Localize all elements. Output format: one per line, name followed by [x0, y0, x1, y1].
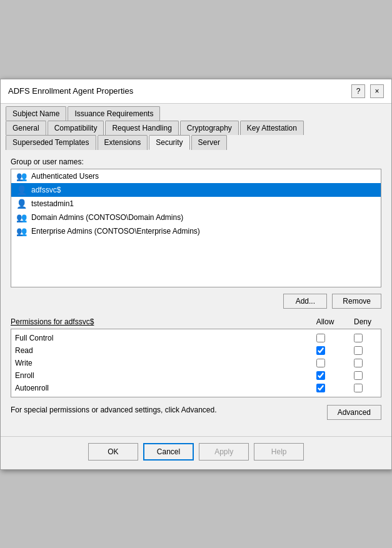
tab-row-1: Subject Name Issuance Requirements	[1, 104, 391, 121]
title-bar: ADFS Enrollment Agent Properties ? ×	[1, 79, 391, 104]
perm-deny-enroll[interactable]	[339, 371, 377, 380]
tab-issuance-requirements[interactable]: Issuance Requirements	[68, 106, 160, 121]
perm-deny-full-control[interactable]	[339, 334, 377, 342]
list-item-tstestadmin1[interactable]: 👤 tstestadmin1	[11, 197, 381, 211]
tab-key-attestation[interactable]: Key Attestation	[240, 121, 304, 135]
tab-extensions[interactable]: Extensions	[98, 135, 148, 150]
tab-superseded-templates[interactable]: Superseded Templates	[6, 135, 96, 150]
perm-deny-read[interactable]	[339, 346, 377, 355]
group-list-box[interactable]: 👥 Authenticated Users 👤 adfssvc$ 👤 tstes…	[11, 169, 381, 287]
tab-row-3: Superseded Templates Extensions Security…	[1, 135, 391, 150]
help-dialog-button[interactable]: Help	[254, 443, 304, 461]
perm-allow-autoenroll[interactable]	[302, 384, 339, 392]
tab-server[interactable]: Server	[191, 135, 227, 150]
tab-general[interactable]: General	[6, 121, 46, 135]
perm-row-read: Read	[15, 344, 377, 357]
tab-row-2: General Compatibility Request Handling C…	[1, 121, 391, 135]
perm-name-read: Read	[15, 346, 302, 355]
perm-deny-autoenroll[interactable]	[339, 384, 377, 392]
tab-cryptography[interactable]: Cryptography	[180, 121, 239, 135]
checkbox-deny-enroll[interactable]	[354, 371, 363, 380]
checkbox-allow-enroll[interactable]	[316, 371, 325, 380]
perm-allow-write[interactable]	[302, 359, 339, 367]
checkbox-allow-full-control[interactable]	[316, 334, 325, 342]
tabs-row-1: Subject Name Issuance Requirements	[6, 106, 386, 121]
group-section-label: Group or user names:	[11, 157, 381, 166]
list-item-adfssvc[interactable]: 👤 adfssvc$	[11, 183, 381, 197]
dialog-window: ADFS Enrollment Agent Properties ? × Sub…	[0, 79, 392, 470]
tabs-row-2: General Compatibility Request Handling C…	[6, 121, 386, 135]
advanced-text: For special permissions or advanced sett…	[11, 405, 321, 416]
add-button[interactable]: Add...	[283, 294, 327, 309]
perm-name-enroll: Enroll	[15, 371, 302, 380]
advanced-row: For special permissions or advanced sett…	[11, 405, 381, 420]
list-item-label-authenticated: Authenticated Users	[31, 172, 99, 181]
perm-row-autoenroll: Autoenroll	[15, 382, 377, 394]
users-icon-domain-admins: 👥	[15, 212, 28, 222]
tab-subject-name[interactable]: Subject Name	[6, 106, 66, 121]
tab-security[interactable]: Security	[149, 135, 189, 150]
deny-column-header: Deny	[344, 317, 381, 326]
permissions-label: Permissions for adfssvc$	[11, 317, 306, 326]
dialog-title: ADFS Enrollment Agent Properties	[8, 86, 133, 96]
perm-deny-write[interactable]	[339, 359, 377, 367]
remove-button[interactable]: Remove	[332, 294, 381, 309]
list-item-enterprise-admins[interactable]: 👥 Enterprise Admins (CONTOSO\Enterprise …	[11, 224, 381, 238]
permissions-box: Full Control Read Write	[11, 329, 381, 397]
perm-row-enroll: Enroll	[15, 369, 377, 382]
users-icon-enterprise-admins: 👥	[15, 226, 28, 236]
user-icon-tstestadmin1: 👤	[15, 199, 28, 209]
perm-allow-full-control[interactable]	[302, 334, 339, 342]
bottom-buttons: OK Cancel Apply Help	[1, 436, 391, 469]
checkbox-allow-read[interactable]	[316, 346, 325, 355]
title-bar-controls: ? ×	[351, 84, 384, 98]
checkbox-deny-write[interactable]	[354, 359, 363, 367]
perm-name-write: Write	[15, 359, 302, 367]
list-item-label-tstestadmin1: tstestadmin1	[31, 199, 74, 208]
perm-name-autoenroll: Autoenroll	[15, 384, 302, 392]
perm-name-full-control: Full Control	[15, 334, 302, 342]
advanced-button[interactable]: Advanced	[327, 405, 381, 420]
apply-button[interactable]: Apply	[199, 443, 249, 461]
main-content: Group or user names: 👥 Authenticated Use…	[1, 150, 391, 436]
perm-row-write: Write	[15, 357, 377, 369]
allow-column-header: Allow	[306, 317, 344, 326]
tab-compatibility[interactable]: Compatibility	[48, 121, 104, 135]
add-remove-buttons: Add... Remove	[11, 294, 381, 309]
cancel-button[interactable]: Cancel	[143, 443, 194, 461]
checkbox-deny-read[interactable]	[354, 346, 363, 355]
user-icon-adfssvc: 👤	[15, 185, 28, 195]
list-item-label-domain-admins: Domain Admins (CONTOSO\Domain Admins)	[31, 213, 183, 222]
help-button[interactable]: ?	[351, 84, 365, 98]
close-button[interactable]: ×	[370, 84, 384, 98]
permissions-header: Permissions for adfssvc$ Allow Deny	[11, 317, 381, 326]
tab-request-handling[interactable]: Request Handling	[105, 121, 178, 135]
perm-allow-enroll[interactable]	[302, 371, 339, 380]
list-item-label-enterprise-admins: Enterprise Admins (CONTOSO\Enterprise Ad…	[31, 227, 200, 236]
list-item-authenticated-users[interactable]: 👥 Authenticated Users	[11, 169, 381, 183]
perm-allow-read[interactable]	[302, 346, 339, 355]
perm-row-full-control: Full Control	[15, 332, 377, 344]
checkbox-deny-full-control[interactable]	[354, 334, 363, 342]
checkbox-allow-write[interactable]	[316, 359, 325, 367]
list-item-label-adfssvc: adfssvc$	[31, 186, 61, 194]
ok-button[interactable]: OK	[88, 443, 138, 461]
users-icon-authenticated: 👥	[15, 171, 28, 181]
tabs-row-3: Superseded Templates Extensions Security…	[6, 135, 386, 150]
checkbox-allow-autoenroll[interactable]	[316, 384, 325, 392]
list-item-domain-admins[interactable]: 👥 Domain Admins (CONTOSO\Domain Admins)	[11, 211, 381, 224]
checkbox-deny-autoenroll[interactable]	[354, 384, 363, 392]
